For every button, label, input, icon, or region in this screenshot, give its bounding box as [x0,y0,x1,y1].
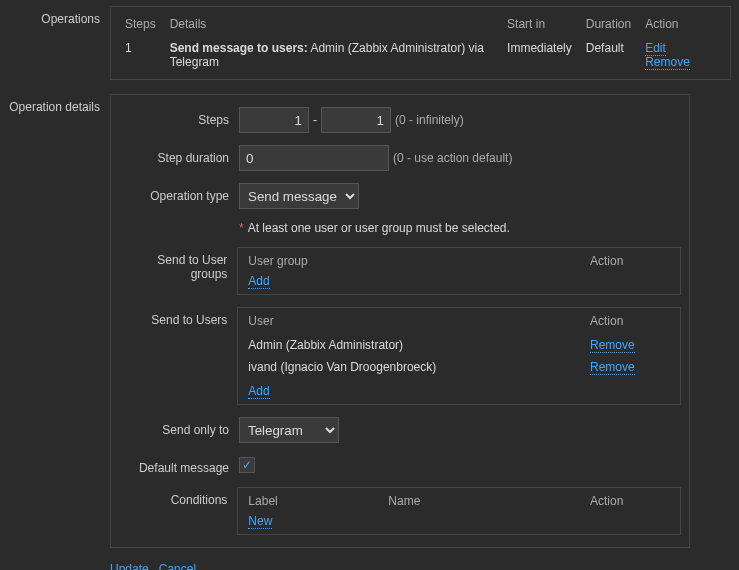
user-groups-table: User group Action Add [237,247,681,295]
operations-section-label: Operations [0,6,110,26]
operation-type-label: Operation type [119,183,239,203]
steps-label: Steps [119,107,239,127]
steps-to-input[interactable] [321,107,391,133]
cancel-link[interactable]: Cancel [159,562,196,570]
steps-from-input[interactable] [239,107,309,133]
users-table: User Action Admin (Zabbix Administrator)… [237,307,681,405]
step-duration-hint: (0 - use action default) [393,151,512,165]
operation-type-select[interactable]: Send message [239,183,359,209]
steps-hint: (0 - infinitely) [395,113,464,127]
user-groups-header-group: User group [248,254,590,268]
users-header-action: Action [590,314,670,328]
step-duration-label: Step duration [119,145,239,165]
send-only-to-select[interactable]: Telegram [239,417,339,443]
send-only-to-label: Send only to [119,417,239,437]
users-add-link[interactable]: Add [248,384,269,399]
operations-th-duration: Duration [580,13,637,35]
step-duration-input[interactable] [239,145,389,171]
operations-row: 1 Send message to users: Admin (Zabbix A… [119,37,722,73]
conditions-header-name: Name [388,494,590,508]
user-groups-add-link[interactable]: Add [248,274,269,289]
operations-table: Steps Details Start in Duration Action 1… [110,6,731,80]
operations-th-startin: Start in [501,13,578,35]
default-message-label: Default message [119,455,239,475]
conditions-header-action: Action [590,494,670,508]
conditions-label: Conditions [119,487,237,507]
operations-th-details: Details [164,13,499,35]
operations-remove-link[interactable]: Remove [645,55,690,70]
users-row: Admin (Zabbix Administrator) Remove [248,334,670,356]
steps-dash: - [309,113,321,127]
operations-th-action: Action [639,13,722,35]
operation-details-section-label: Operation details [0,94,110,114]
operations-row-details-bold: Send message to users: [170,41,308,55]
default-message-checkbox[interactable]: ✓ [239,457,255,473]
operations-th-steps: Steps [119,13,162,35]
operations-row-startin: Immediately [501,37,578,73]
conditions-header-label: Label [248,494,388,508]
required-text: At least one user or user group must be … [248,221,510,235]
users-row-remove-link[interactable]: Remove [590,360,635,375]
operations-edit-link[interactable]: Edit [645,41,666,56]
operations-row-duration: Default [580,37,637,73]
users-row-name: ivand (Ignacio Van Droogenbroeck) [248,360,590,374]
conditions-table: Label Name Action New [237,487,681,535]
users-row-name: Admin (Zabbix Administrator) [248,338,590,352]
send-user-groups-label: Send to User groups [119,247,237,281]
users-header-user: User [248,314,590,328]
update-link[interactable]: Update [110,562,149,570]
user-groups-header-action: Action [590,254,670,268]
operations-row-step: 1 [119,37,162,73]
conditions-new-link[interactable]: New [248,514,272,529]
users-row-remove-link[interactable]: Remove [590,338,635,353]
users-row: ivand (Ignacio Van Droogenbroeck) Remove [248,356,670,378]
send-users-label: Send to Users [119,307,237,327]
required-asterisk: * [239,221,244,235]
